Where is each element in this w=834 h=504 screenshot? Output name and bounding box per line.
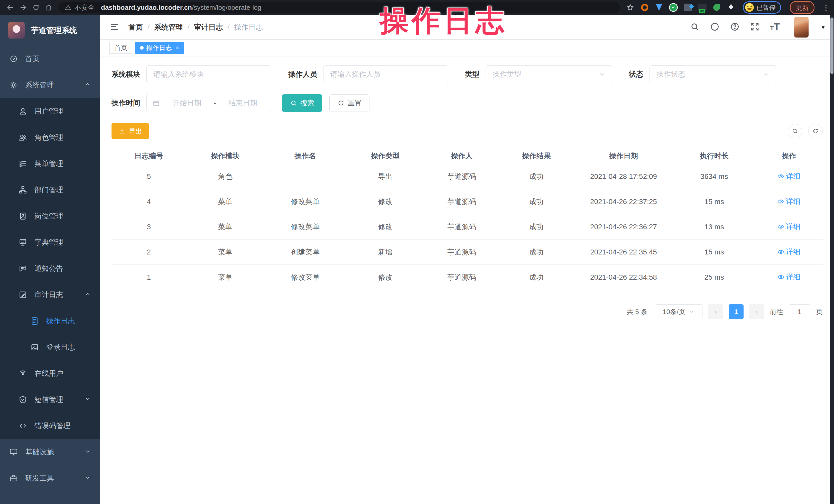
search-button[interactable]: 搜索 (282, 94, 322, 112)
table-header-cell: 操作名 (264, 151, 346, 161)
hamburger-icon[interactable] (109, 22, 120, 33)
reset-button[interactable]: 重置 (329, 94, 370, 112)
breadcrumb-item-0[interactable]: 首页 (129, 22, 143, 32)
tab-1[interactable]: 操作日志 (135, 42, 184, 54)
cell-type: 修改 (346, 222, 424, 232)
sidebar-item-1[interactable]: 系统管理 (0, 72, 100, 98)
address-bar[interactable]: 不安全 dashboard.yudao.iocoder.cn/system/lo… (59, 2, 620, 13)
leaf-extension-icon[interactable] (712, 3, 721, 12)
eye-icon (777, 248, 784, 256)
back-icon[interactable] (5, 2, 16, 13)
cell-date: 2021-04-26 22:35:45 (574, 248, 674, 256)
on-switch-extension-icon[interactable] (698, 3, 707, 12)
prev-page-button[interactable]: ‹ (708, 304, 723, 319)
bookmark-star-icon[interactable] (626, 3, 635, 12)
reload-icon[interactable] (30, 2, 42, 13)
squares-extension-icon[interactable] (683, 3, 693, 12)
sidebar-item-2[interactable]: 用户管理 (0, 98, 100, 125)
page-size-select[interactable]: 10条/页 (655, 304, 702, 319)
green-check-extension-icon[interactable] (669, 3, 678, 12)
scrollbar-thumb[interactable] (830, 18, 833, 74)
goto-page-input[interactable] (789, 304, 810, 319)
url-text[interactable]: dashboard.yudao.iocoder.cn/system/log/op… (101, 4, 261, 12)
gear-icon (9, 81, 18, 89)
detail-link[interactable]: 详细 (777, 171, 800, 181)
fullscreen-icon[interactable] (750, 22, 760, 32)
help-icon[interactable] (730, 22, 740, 32)
sidebar-item-0[interactable]: 首页 (0, 46, 100, 72)
next-page-button[interactable]: › (749, 304, 764, 319)
forward-icon[interactable] (18, 2, 29, 13)
current-page[interactable]: 1 (729, 304, 744, 319)
detail-link[interactable]: 详细 (777, 197, 800, 206)
breadcrumb-item-1[interactable]: 系统管理 (154, 22, 183, 32)
sidebar-item-7[interactable]: 字典管理 (0, 229, 100, 256)
tab-0[interactable]: 首页 (109, 42, 132, 54)
refresh-table-button[interactable] (808, 124, 823, 138)
orange-ring-extension-icon[interactable] (640, 3, 649, 12)
cell-id: 1 (111, 273, 186, 281)
sidebar-item-13[interactable]: 短信管理 (0, 387, 100, 413)
monitor-icon (9, 448, 18, 457)
font-size-icon[interactable]: TT (770, 22, 780, 32)
cell-type: 新增 (346, 247, 424, 257)
sidebar-item-label: 研发工具 (25, 474, 77, 483)
sidebar-item-15[interactable]: 基础设施 (0, 439, 100, 465)
close-tab-icon[interactable] (175, 44, 179, 51)
cell-operator: 芋道源码 (424, 172, 499, 181)
sidebar-item-11[interactable]: 登录日志 (0, 334, 100, 360)
puzzle-extension-icon[interactable] (726, 3, 736, 12)
sidebar-item-5[interactable]: 部门管理 (0, 177, 100, 203)
detail-link[interactable]: 详细 (777, 272, 800, 282)
export-button[interactable]: 导出 (111, 123, 149, 139)
cell-id: 5 (111, 172, 186, 181)
status-label: 状态 (629, 69, 643, 79)
avatar[interactable] (794, 17, 809, 38)
sidebar-item-label: 登录日志 (46, 342, 91, 352)
sidebar-logo-row[interactable]: 芋道管理系统 (0, 15, 100, 46)
sidebar-item-6[interactable]: 岗位管理 (0, 203, 100, 229)
breadcrumb-item-3[interactable]: 操作日志 (234, 22, 263, 32)
paused-badge[interactable]: 已暂停 (743, 1, 781, 14)
chevron-down-icon (84, 474, 91, 483)
sidebar-item-3[interactable]: 角色管理 (0, 125, 100, 151)
browser-menu-icon[interactable] (822, 3, 829, 12)
sidebar-item-10[interactable]: 操作日志 (0, 308, 100, 334)
pin-extension-icon[interactable] (654, 3, 664, 12)
home-icon[interactable] (43, 2, 54, 13)
sidebar-item-4[interactable]: 菜单管理 (0, 151, 100, 177)
table-header-cell: 操作类型 (346, 151, 424, 161)
status-select[interactable]: 操作状态 (650, 65, 776, 83)
table-row-0: 5角色导出芋道源码成功2021-04-28 17:52:093634 ms详细 (111, 164, 823, 189)
breadcrumb-item-2[interactable]: 审计日志 (194, 22, 223, 32)
sidebar-item-8[interactable]: 通知公告 (0, 256, 100, 282)
update-button[interactable]: 更新 (790, 1, 814, 14)
sidebar-item-12[interactable]: 在线用户 (0, 360, 100, 387)
search-icon[interactable] (690, 22, 700, 32)
sidebar-item-label: 错误码管理 (35, 421, 91, 431)
page-unit-label: 页 (816, 307, 823, 316)
eye-icon (777, 198, 784, 205)
briefcase-icon (9, 474, 18, 483)
github-icon[interactable] (710, 22, 720, 32)
detail-link[interactable]: 详细 (777, 247, 800, 257)
cell-result: 成功 (499, 197, 574, 206)
cell-module: 角色 (186, 172, 264, 181)
avatar-caret-icon[interactable] (821, 23, 825, 31)
type-select[interactable]: 操作类型 (486, 65, 612, 83)
cell-duration: 25 ms (674, 273, 755, 281)
operator-input[interactable] (323, 65, 448, 83)
detail-link[interactable]: 详细 (777, 222, 800, 232)
sidebar-item-9[interactable]: 审计日志 (0, 282, 100, 308)
sidebar-item-label: 岗位管理 (35, 211, 91, 221)
cell-type: 修改 (346, 272, 424, 282)
sidebar-item-16[interactable]: 研发工具 (0, 465, 100, 491)
refresh-icon (812, 128, 819, 134)
page-scrollbar[interactable] (830, 15, 834, 504)
toggle-search-button[interactable] (788, 124, 802, 138)
operator-label: 操作人员 (288, 69, 317, 79)
sidebar-item-14[interactable]: 错误码管理 (0, 413, 100, 439)
security-label[interactable]: 不安全 (74, 3, 94, 12)
date-range-picker[interactable]: 开始日期 - 结束日期 (147, 94, 271, 112)
module-input[interactable] (147, 65, 271, 83)
